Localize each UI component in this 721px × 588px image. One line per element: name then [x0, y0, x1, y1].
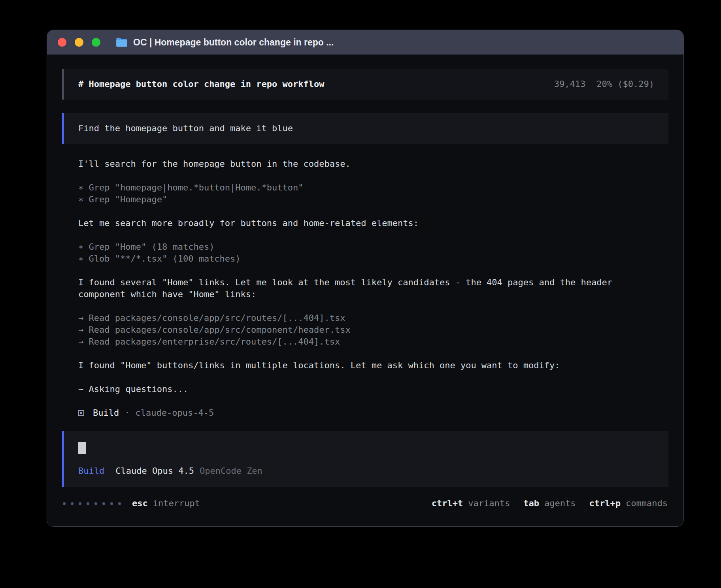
- titlebar: OC | Homepage button color change in rep…: [47, 30, 683, 55]
- hint-label-interrupt: interrupt: [153, 498, 200, 509]
- agent-model: claude-opus-4-5: [135, 407, 214, 419]
- hint-key-tab: tab: [523, 498, 539, 509]
- context-cost: 20% ($0.29): [596, 78, 654, 90]
- hint-key-ctrl-p: ctrl+p: [589, 498, 621, 509]
- hint-key-ctrl-t: ctrl+t: [432, 498, 463, 509]
- input-meta-row: Build Claude Opus 4.5 OpenCode Zen: [78, 465, 654, 477]
- tool-call-glob: ∗ Glob "**/*.tsx" (100 matches): [78, 253, 652, 265]
- hint-commands: ctrl+p commands: [589, 498, 668, 509]
- input-agent-label[interactable]: Build: [78, 465, 104, 477]
- statusbar-left: esc interrupt: [63, 498, 200, 509]
- hint-agents: tab agents: [523, 498, 576, 509]
- input-model-label: Claude Opus 4.5: [115, 465, 194, 477]
- terminal-content: # Homepage button color change in repo w…: [47, 55, 683, 526]
- tool-call-grep: ∗ Grep "Homepage": [78, 194, 652, 205]
- tool-call-read: → Read packages/console/app/src/componen…: [78, 324, 652, 336]
- assistant-paragraph: Let me search more broadly for buttons a…: [78, 217, 652, 229]
- agent-separator: ·: [125, 407, 130, 419]
- hint-label-agents: agents: [544, 498, 576, 509]
- terminal-window: OC | Homepage button color change in rep…: [47, 30, 684, 527]
- tool-call-group: → Read packages/console/app/src/routes/[…: [78, 312, 652, 348]
- session-meta: 39,413 20% ($0.29): [554, 78, 654, 90]
- progress-dots: [63, 502, 121, 505]
- tool-call-group: ∗ Grep "homepage|home.*button|Home.*butt…: [78, 182, 652, 205]
- hint-label-commands: commands: [626, 498, 668, 509]
- zoom-button[interactable]: [92, 38, 100, 47]
- statusbar-right: ctrl+t variants tab agents ctrl+p comman…: [432, 498, 668, 509]
- tool-call-read: → Read packages/enterprise/src/routes/[.…: [78, 336, 652, 348]
- user-message: Find the homepage button and make it blu…: [62, 113, 668, 144]
- tool-call-grep: ∗ Grep "Home" (18 matches): [78, 241, 652, 253]
- assistant-paragraph: I found several "Home" links. Let me loo…: [78, 277, 652, 300]
- session-header: # Homepage button color change in repo w…: [62, 69, 668, 100]
- assistant-status-text: ~ Asking questions...: [78, 383, 652, 395]
- input-provider-label: OpenCode Zen: [200, 465, 262, 477]
- tool-call-group: ∗ Grep "Home" (18 matches) ∗ Glob "**/*.…: [78, 241, 652, 265]
- minimize-button[interactable]: [75, 38, 83, 47]
- token-count: 39,413: [554, 78, 585, 90]
- text-cursor: [78, 442, 86, 454]
- hint-interrupt: esc interrupt: [132, 498, 200, 509]
- agent-status-line: Build · claude-opus-4-5: [78, 407, 652, 419]
- hint-variants: ctrl+t variants: [432, 498, 510, 509]
- folder-icon: [116, 37, 128, 47]
- close-button[interactable]: [58, 38, 66, 47]
- assistant-paragraph: I'll search for the homepage button in t…: [78, 158, 652, 170]
- hint-label-variants: variants: [468, 498, 510, 509]
- tool-call-read: → Read packages/console/app/src/routes/[…: [78, 312, 652, 324]
- window-title: OC | Homepage button color change in rep…: [133, 37, 334, 48]
- prompt-input[interactable]: Build Claude Opus 4.5 OpenCode Zen: [62, 431, 668, 487]
- assistant-transcript: I'll search for the homepage button in t…: [62, 144, 668, 419]
- agent-square-icon: [78, 410, 84, 416]
- assistant-paragraph: I found "Home" buttons/links in multiple…: [78, 360, 652, 371]
- tool-call-grep: ∗ Grep "homepage|home.*button|Home.*butt…: [78, 182, 652, 194]
- agent-name: Build: [93, 407, 119, 419]
- user-message-text: Find the homepage button and make it blu…: [78, 123, 293, 133]
- hint-key-esc: esc: [132, 498, 148, 509]
- statusbar: esc interrupt ctrl+t variants tab agents…: [62, 487, 668, 526]
- session-title: # Homepage button color change in repo w…: [78, 78, 325, 90]
